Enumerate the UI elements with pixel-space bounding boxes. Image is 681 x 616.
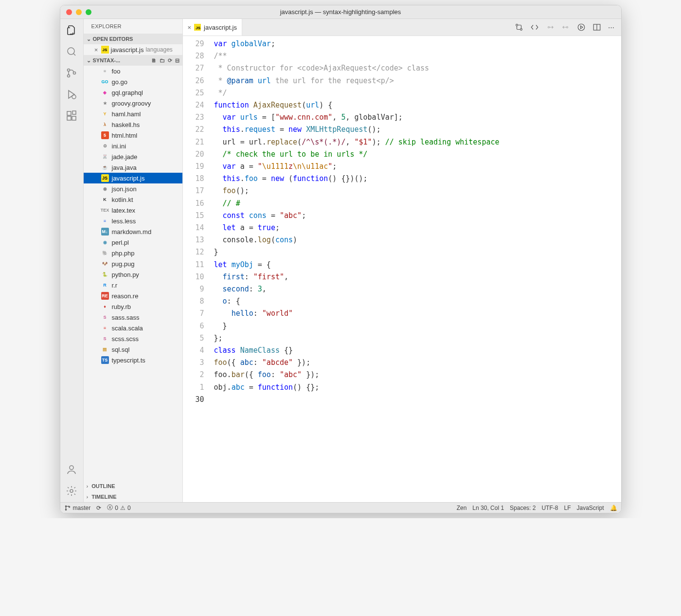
minimize-window-icon[interactable] (76, 9, 82, 15)
svg-rect-6 (67, 116, 71, 120)
file-item[interactable]: M↓markdown.md (84, 226, 182, 237)
file-item[interactable]: ≡less.less (84, 216, 182, 226)
file-item[interactable]: TEXlatex.tex (84, 205, 182, 216)
search-icon[interactable] (65, 45, 78, 58)
file-name: javascript.js (112, 175, 145, 182)
window-controls (66, 9, 91, 15)
sidebar: EXPLORER ⌄ OPEN EDITORS × JS javascript.… (84, 19, 183, 502)
file-item[interactable]: JSjavascript.js (84, 173, 182, 183)
svg-point-2 (68, 75, 70, 77)
file-item[interactable]: ◉perl.pl (84, 237, 182, 248)
file-item[interactable]: GOgo.go (84, 76, 182, 87)
folder-section[interactable]: ⌄SYNTAX-... 🗎 🗀 ⟳ ⊟ (84, 55, 182, 66)
file-item[interactable]: Ssass.sass (84, 312, 182, 323)
file-item[interactable]: Kkotlin.kt (84, 194, 182, 205)
next-change-icon[interactable] (561, 23, 570, 32)
file-item[interactable]: ☕java.java (84, 162, 182, 173)
file-name: haskell.hs (112, 121, 140, 128)
file-item[interactable]: REreason.re (84, 290, 182, 301)
open-editors-section[interactable]: ⌄ OPEN EDITORS (84, 34, 182, 44)
chevron-down-icon: ⌄ (87, 36, 91, 42)
file-item[interactable]: ≡foo (84, 66, 182, 76)
file-name: latex.tex (112, 207, 135, 214)
settings-gear-icon[interactable] (65, 485, 78, 497)
file-icon: TEX (101, 206, 109, 214)
file-name: gql.graphql (112, 89, 143, 96)
file-item[interactable]: 🐶pug.pug (84, 258, 182, 269)
titlebar[interactable]: javascript.js — syntax-highlighting-samp… (60, 5, 621, 19)
open-changes-icon[interactable] (530, 23, 539, 32)
svg-point-11 (516, 24, 518, 26)
file-icon: S (101, 313, 109, 321)
open-editor-name: javascript.js (111, 46, 144, 54)
code-lines[interactable]: var globalVar;/** * Constructor for <cod… (211, 36, 621, 502)
file-item[interactable]: λhaskell.hs (84, 119, 182, 130)
file-icon: ◉ (101, 185, 109, 193)
sync-icon[interactable]: ⟳ (96, 505, 101, 511)
problems[interactable]: ⓧ 0 ⚠ 0 (107, 504, 130, 512)
file-item[interactable]: 5html.html (84, 130, 182, 141)
new-file-icon[interactable]: 🗎 (151, 57, 157, 64)
cursor-position[interactable]: Ln 30, Col 1 (472, 505, 504, 511)
timeline-section[interactable]: › TIMELINE (84, 491, 182, 502)
file-icon: ≡ (101, 324, 109, 332)
file-item[interactable]: 🐘php.php (84, 248, 182, 258)
extensions-icon[interactable] (65, 109, 78, 122)
prev-change-icon[interactable] (546, 23, 555, 32)
language-mode[interactable]: JavaScript (576, 505, 604, 511)
file-name: scala.scala (112, 325, 143, 332)
close-window-icon[interactable] (66, 9, 72, 15)
js-file-icon: JS (101, 46, 109, 54)
file-item[interactable]: ▤sql.sql (84, 344, 182, 355)
code-editor[interactable]: 2928272625242322212019181716151413121110… (183, 36, 621, 502)
git-branch[interactable]: master (64, 505, 91, 511)
file-icon: 🐘 (101, 249, 109, 257)
eol[interactable]: LF (564, 505, 571, 511)
new-folder-icon[interactable]: 🗀 (160, 57, 165, 64)
file-item[interactable]: ⚙ini.ini (84, 141, 182, 151)
file-item[interactable]: Sscss.scss (84, 333, 182, 344)
workbench: EXPLORER ⌄ OPEN EDITORS × JS javascript.… (60, 19, 621, 502)
notifications-icon[interactable]: 🔔 (610, 505, 617, 511)
zen-mode[interactable]: Zen (457, 505, 467, 511)
compare-changes-icon[interactable] (515, 23, 523, 32)
editor-area: × JS javascript.js ⋯ 2928272625242322212… (183, 19, 621, 502)
explorer-icon[interactable] (65, 24, 78, 36)
file-item[interactable]: ≡scala.scala (84, 323, 182, 333)
close-icon[interactable]: × (93, 46, 99, 54)
file-item[interactable]: TStypescript.ts (84, 355, 182, 365)
accounts-icon[interactable] (65, 463, 78, 476)
sidebar-title: EXPLORER (84, 19, 182, 34)
outline-section[interactable]: › OUTLINE (84, 481, 182, 491)
file-name: ini.ini (112, 143, 126, 150)
file-name: php.php (112, 250, 135, 257)
file-item[interactable]: Rr.r (84, 280, 182, 290)
file-item[interactable]: ♦ruby.rb (84, 301, 182, 312)
more-icon[interactable]: ⋯ (608, 24, 614, 31)
vscode-window: javascript.js — syntax-highlighting-samp… (60, 5, 622, 513)
refresh-icon[interactable]: ⟳ (168, 57, 172, 64)
file-item[interactable]: Yhaml.haml (84, 109, 182, 119)
file-item[interactable]: 🐰jade.jade (84, 151, 182, 162)
open-editor-item[interactable]: × JS javascript.js languages (84, 44, 182, 55)
file-item[interactable]: ◉json.json (84, 183, 182, 194)
encoding[interactable]: UTF-8 (541, 505, 558, 511)
file-name: r.r (112, 282, 118, 289)
run-icon[interactable] (577, 23, 586, 32)
source-control-icon[interactable] (65, 67, 78, 79)
tab-javascript[interactable]: × JS javascript.js (183, 19, 243, 36)
close-tab-icon[interactable]: × (188, 24, 192, 31)
svg-point-13 (548, 27, 549, 28)
indentation[interactable]: Spaces: 2 (510, 505, 536, 511)
collapse-icon[interactable]: ⊟ (175, 57, 179, 64)
file-icon: GO (101, 78, 109, 86)
maximize-window-icon[interactable] (86, 9, 91, 15)
run-debug-icon[interactable] (65, 88, 78, 101)
file-item[interactable]: ◈gql.graphql (84, 87, 182, 98)
file-name: kotlin.kt (112, 196, 133, 203)
chevron-down-icon: ⌄ (87, 57, 91, 63)
file-icon: JS (101, 174, 109, 182)
split-editor-icon[interactable] (592, 23, 601, 32)
file-item[interactable]: ★groovy.groovy (84, 98, 182, 109)
file-item[interactable]: 🐍python.py (84, 269, 182, 280)
